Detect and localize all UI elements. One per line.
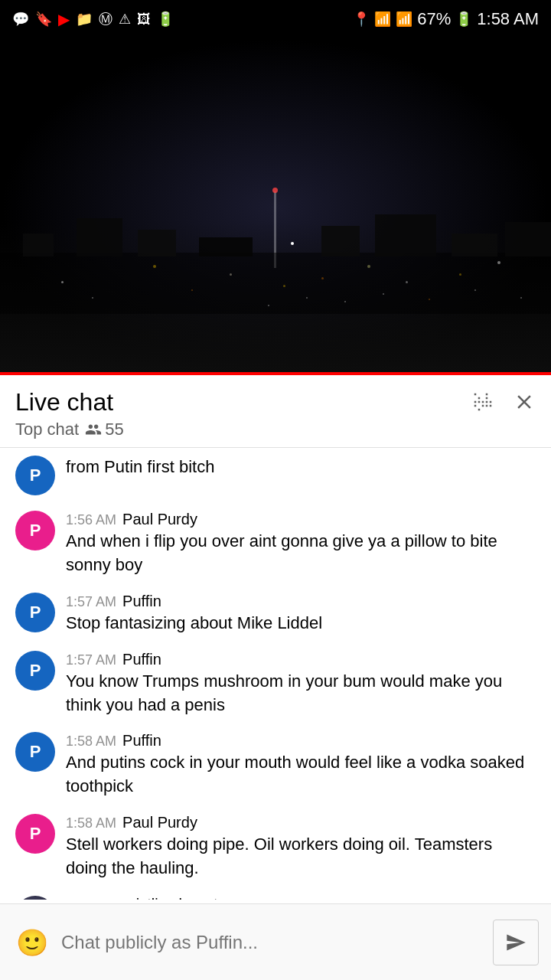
chat-header-actions (471, 387, 536, 413)
message-icon: 💬 (12, 11, 29, 28)
message-content: 1:56 AM Paul Purdy And when i flip you o… (66, 511, 536, 577)
message-meta: 1:57 AM Puffin (66, 593, 536, 610)
list-item: P 1:57 AM Puffin Stop fantasizing about … (0, 585, 551, 643)
top-chat-label: Top chat (15, 420, 79, 439)
message-author: Puffin (122, 732, 161, 750)
message-content: from Putin first bitch (66, 456, 536, 479)
people-icon (85, 421, 102, 438)
location-icon: 📍 (353, 11, 370, 28)
list-item: 🌙 1:58 AM raistlin skywater trumpsters g… (0, 888, 551, 900)
battery-percent: 67% (417, 9, 451, 29)
youtube-icon: ▶ (58, 10, 70, 28)
bldg2 (77, 218, 122, 256)
battery-icon-small: 🔋 (157, 11, 174, 28)
message-content: 1:58 AM Paul Purdy Stell workers doing p… (66, 814, 536, 880)
list-item: P 1:57 AM Puffin You know Trumps mushroo… (0, 643, 551, 725)
warning-icon: ⚠ (119, 11, 131, 28)
message-content: 1:58 AM raistlin skywater trumpsters get… (66, 896, 536, 900)
avatar: P (15, 593, 55, 632)
message-time: 1:58 AM (66, 815, 116, 831)
list-item: P 1:56 AM Paul Purdy And when i flip you… (0, 503, 551, 585)
filter-icon (471, 390, 494, 413)
folder-icon: 📁 (76, 11, 93, 28)
message-text: Stell workers doing pipe. Oil workers do… (66, 833, 536, 880)
message-text: And putins cock in your mouth would feel… (66, 751, 536, 799)
message-time: 1:58 AM (66, 897, 116, 900)
bldg3 (138, 230, 176, 256)
message-author: Puffin (122, 593, 161, 610)
message-content: 1:57 AM Puffin Stop fantasizing about Mi… (66, 593, 536, 635)
avatar: P (15, 511, 55, 550)
message-text: And when i flip you over aint gonna give… (66, 530, 536, 577)
buildings (0, 253, 551, 314)
message-meta: 1:58 AM Puffin (66, 732, 536, 750)
video-player[interactable] (0, 38, 551, 375)
message-content: 1:57 AM Puffin You know Trumps mushroom … (66, 651, 536, 717)
message-time: 1:58 AM (66, 733, 116, 750)
message-author: Paul Purdy (122, 814, 197, 831)
filter-button[interactable] (471, 390, 494, 413)
emoji-icon: 🙂 (16, 927, 48, 958)
close-button[interactable] (513, 390, 536, 413)
video-background (0, 38, 551, 375)
avatar: 🌙 (15, 896, 55, 900)
wifi-icon: 📶 (374, 11, 391, 28)
viewer-count: 55 (85, 420, 123, 439)
chat-header: Live chat Top chat 55 (0, 375, 551, 448)
message-time: 1:57 AM (66, 652, 116, 668)
message-time: 1:57 AM (66, 594, 116, 610)
avatar: P (15, 456, 55, 495)
live-chat-panel: Live chat Top chat 55 (0, 375, 551, 980)
battery-icon: 🔋 (455, 11, 472, 28)
bldg7 (452, 234, 497, 256)
send-button[interactable] (493, 920, 539, 965)
avatar: P (15, 814, 55, 854)
bldg6 (375, 214, 436, 256)
photo-icon: 🖼 (137, 11, 151, 28)
message-author: Puffin (122, 651, 161, 668)
chat-input[interactable] (61, 923, 484, 962)
close-icon (513, 390, 536, 413)
message-meta: 1:58 AM Paul Purdy (66, 814, 536, 831)
chat-input-bar: 🙂 (0, 903, 551, 980)
bldg8 (505, 222, 551, 256)
bldg5 (321, 226, 360, 256)
message-text: Stop fantasizing about Mike Liddel (66, 612, 536, 635)
chat-subheader: Top chat 55 (15, 420, 124, 439)
message-author: raistlin skywater (122, 896, 231, 900)
message-meta: 1:57 AM Puffin (66, 651, 536, 668)
status-bar: 💬 🔖 ▶ 📁 Ⓜ ⚠ 🖼 🔋 📍 📶 📶 67% 🔋 1:58 AM (0, 0, 551, 38)
emoji-button[interactable]: 🙂 (12, 923, 52, 962)
message-text: from Putin first bitch (66, 457, 214, 476)
chat-messages: P from Putin first bitch P 1:56 AM Paul … (0, 448, 551, 900)
message-meta: 1:58 AM raistlin skywater (66, 896, 536, 900)
status-icons-left: 💬 🔖 ▶ 📁 Ⓜ ⚠ 🖼 🔋 (12, 10, 174, 28)
avatar: P (15, 732, 55, 772)
bldg1 (23, 234, 54, 256)
list-item: P from Putin first bitch (0, 448, 551, 503)
message-text: You know Trumps mushroom in your bum wou… (66, 670, 536, 717)
list-item: P 1:58 AM Puffin And putins cock in your… (0, 724, 551, 806)
send-icon (505, 932, 527, 953)
bookmark-icon: 🔖 (35, 11, 52, 28)
live-chat-title: Live chat (15, 387, 124, 416)
chat-header-left: Live chat Top chat 55 (15, 387, 124, 439)
message-meta: 1:56 AM Paul Purdy (66, 511, 536, 528)
message-content: 1:58 AM Puffin And putins cock in your m… (66, 732, 536, 799)
light-top (272, 188, 278, 193)
message-author: Paul Purdy (122, 511, 197, 528)
list-item: P 1:58 AM Paul Purdy Stell workers doing… (0, 806, 551, 888)
avatar: P (15, 651, 55, 691)
bldg4 (199, 237, 253, 256)
signal-icon: 📶 (396, 11, 412, 28)
status-icons-right: 📍 📶 📶 67% 🔋 1:58 AM (353, 9, 539, 29)
message-time: 1:56 AM (66, 512, 116, 528)
clock: 1:58 AM (477, 9, 539, 29)
viewer-count-value: 55 (105, 420, 123, 439)
app-icon-m: Ⓜ (99, 10, 112, 28)
